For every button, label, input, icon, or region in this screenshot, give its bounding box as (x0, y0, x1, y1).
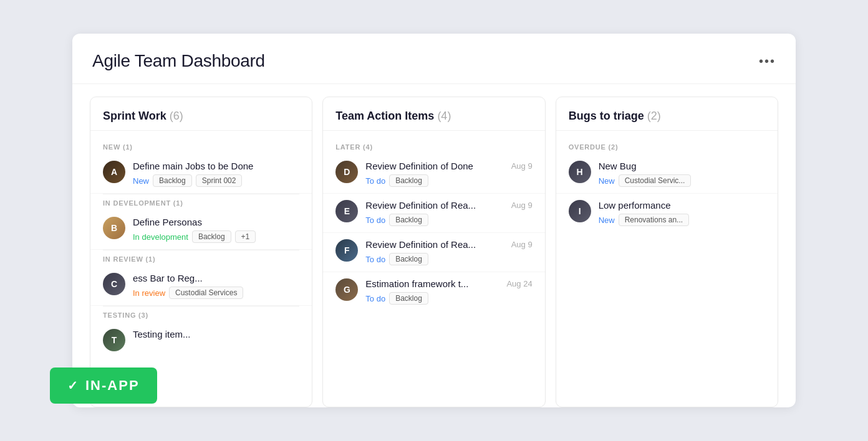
tag-backlog: Backlog (389, 214, 428, 226)
avatar: A (103, 161, 125, 183)
task-tags: To do Backlog (365, 214, 532, 226)
task-title-row: New Bug (599, 161, 765, 171)
tag-backlog: Backlog (389, 292, 428, 305)
tag-custodial: Custodial Servic... (619, 174, 692, 187)
team-action-body: LATER (4) D Review Definition of Done Au… (323, 131, 544, 407)
sprint-work-title: Sprint Work (103, 110, 170, 122)
task-title: Low performance (599, 200, 671, 211)
bugs-triage-header: Bugs to triage (2) (556, 97, 778, 131)
task-content: Review Definition of Rea... Aug 9 To do … (365, 239, 532, 265)
tag-sprint: Sprint 002 (196, 174, 243, 187)
task-title: Estimation framework t... (365, 278, 468, 289)
task-content: New Bug New Custodial Servic... (599, 161, 765, 187)
avatar: C (103, 273, 125, 295)
task-title: Review Definition of Rea... (365, 239, 476, 250)
task-content: ess Bar to Reg... In review Custodial Se… (133, 273, 299, 299)
dashboard-header: Agile Team Dashboard ••• (72, 34, 796, 84)
task-title-row: Define Personas (133, 217, 299, 227)
task-date: Aug 9 (511, 161, 533, 171)
list-item[interactable]: G Estimation framework t... Aug 24 To do… (323, 272, 544, 311)
list-item[interactable]: C ess Bar to Reg... In review Custodial … (90, 267, 312, 306)
task-title: Review Definition of Rea... (365, 200, 476, 211)
tag-custodial: Custodial Services (169, 287, 243, 299)
list-item[interactable]: E Review Definition of Rea... Aug 9 To d… (323, 194, 544, 233)
section-later: LATER (4) (323, 138, 544, 154)
columns-area: Sprint Work (6) NEW (1) A Define main Jo… (72, 84, 796, 407)
tag-backlog: Backlog (153, 174, 192, 187)
avatar: D (335, 161, 358, 183)
list-item[interactable]: H New Bug New Custodial Servic... (556, 154, 778, 194)
task-title-row: Testing item... (133, 329, 299, 339)
tag-new: New (133, 175, 149, 187)
list-item[interactable]: A Define main Jobs to be Done New Backlo… (90, 154, 312, 194)
check-icon: ✓ (67, 378, 79, 393)
list-item[interactable]: F Review Definition of Rea... Aug 9 To d… (323, 233, 544, 272)
avatar: B (103, 217, 125, 239)
task-tags: New Backlog Sprint 002 (133, 174, 299, 187)
section-in-development: IN DEVELOPMENT (1) (90, 194, 312, 211)
main-card: Agile Team Dashboard ••• Sprint Work (6)… (72, 34, 796, 407)
bugs-triage-count: (2) (647, 110, 661, 122)
task-title: Testing item... (133, 329, 191, 339)
task-title-row: Estimation framework t... Aug 24 (365, 278, 532, 289)
sprint-work-count: (6) (170, 110, 183, 122)
avatar: T (103, 329, 125, 351)
tag-backlog: Backlog (389, 253, 428, 265)
task-content: Define Personas In development Backlog +… (133, 217, 299, 243)
task-tags: To do Backlog (365, 253, 532, 265)
list-item[interactable]: B Define Personas In development Backlog… (90, 211, 312, 250)
tag-todo: To do (365, 293, 385, 305)
tag-plus-one: +1 (235, 230, 256, 243)
bugs-triage-column: Bugs to triage (2) OVERDUE (2) H New Bug… (556, 97, 778, 407)
task-tags: To do Backlog (365, 292, 532, 305)
tag-todo: To do (365, 214, 385, 226)
task-title-row: Review Definition of Done Aug 9 (365, 161, 532, 171)
task-tags: In development Backlog +1 (133, 230, 299, 243)
tag-backlog: Backlog (389, 174, 428, 187)
task-content: Review Definition of Done Aug 9 To do Ba… (365, 161, 532, 187)
task-tags: New Renovations an... (599, 214, 765, 226)
section-in-review: IN REVIEW (1) (90, 250, 312, 267)
list-item[interactable]: D Review Definition of Done Aug 9 To do … (323, 154, 544, 194)
sprint-work-body: NEW (1) A Define main Jobs to be Done Ne… (90, 131, 312, 407)
tag-in-development: In development (133, 231, 188, 243)
task-content: Review Definition of Rea... Aug 9 To do … (365, 200, 532, 226)
avatar: F (335, 239, 358, 262)
task-content: Low performance New Renovations an... (599, 200, 765, 226)
bugs-triage-title: Bugs to triage (569, 110, 647, 122)
task-title-row: Define main Jobs to be Done (133, 161, 299, 171)
task-date: Aug 9 (511, 201, 533, 210)
task-date: Aug 9 (511, 240, 533, 249)
section-overdue: OVERDUE (2) (556, 138, 778, 154)
team-action-header: Team Action Items (4) (323, 97, 544, 131)
tag-new: New (599, 214, 615, 226)
tag-in-review: In review (133, 287, 165, 299)
bugs-triage-body: OVERDUE (2) H New Bug New Custodial Serv… (556, 131, 778, 407)
tag-renovations: Renovations an... (619, 214, 689, 226)
task-content: Define main Jobs to be Done New Backlog … (133, 161, 299, 187)
task-date: Aug 24 (506, 279, 532, 288)
task-title: New Bug (599, 161, 637, 171)
avatar: I (569, 200, 591, 222)
more-options-icon[interactable]: ••• (759, 54, 776, 69)
team-action-title: Team Action Items (335, 110, 437, 122)
list-item[interactable]: I Low performance New Renovations an... (556, 194, 778, 232)
task-tags: In review Custodial Services (133, 287, 299, 299)
in-app-badge: ✓ IN-APP (50, 368, 157, 404)
task-title: Review Definition of Done (365, 161, 473, 171)
in-app-label: IN-APP (85, 377, 140, 394)
tag-todo: To do (365, 254, 385, 265)
tag-backlog: Backlog (192, 230, 231, 243)
task-content: Testing item... (133, 329, 299, 339)
task-content: Estimation framework t... Aug 24 To do B… (365, 278, 532, 305)
list-item[interactable]: T Testing item... (90, 323, 312, 358)
task-title-row: Review Definition of Rea... Aug 9 (365, 239, 532, 250)
task-title-row: ess Bar to Reg... (133, 273, 299, 283)
dashboard-title: Agile Team Dashboard (92, 51, 265, 71)
task-title-row: Low performance (599, 200, 765, 211)
avatar: E (335, 200, 358, 222)
task-title: Define Personas (133, 217, 202, 227)
section-testing: TESTING (3) (90, 306, 312, 323)
tag-todo: To do (365, 175, 385, 187)
tag-new: New (599, 175, 615, 187)
